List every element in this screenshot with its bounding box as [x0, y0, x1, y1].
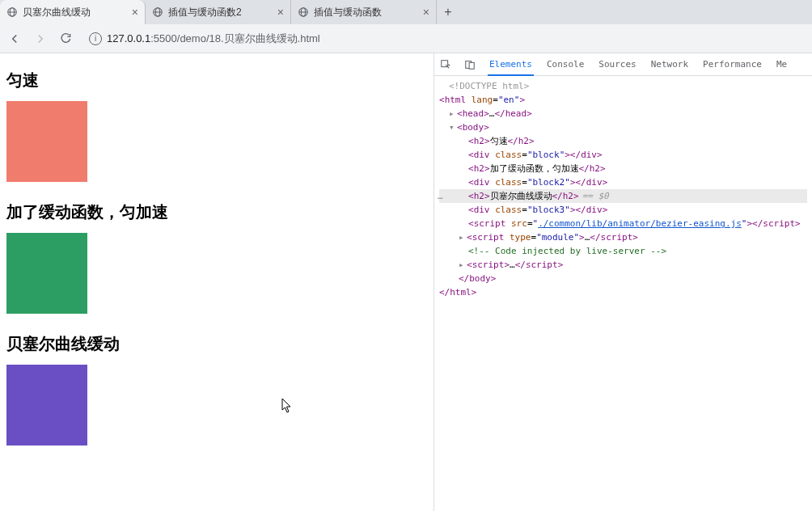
browser-tabstrip: 贝塞尔曲线缓动 × 插值与缓动函数2 × 插值与缓动函数 × + [0, 0, 812, 24]
close-icon[interactable]: × [277, 6, 284, 19]
back-button[interactable] [6, 31, 23, 47]
block-easing [6, 233, 87, 314]
expand-icon[interactable]: ▸ [459, 258, 467, 272]
devtools-panel: Elements Console Sources Network Perform… [433, 53, 812, 511]
doctype-node: <!DOCTYPE html> [449, 81, 529, 91]
reload-button[interactable] [58, 31, 74, 47]
info-icon[interactable]: i [89, 32, 102, 45]
url-host: 127.0.0.1 [107, 32, 150, 44]
collapse-icon[interactable]: ▾ [449, 120, 457, 134]
svg-rect-11 [469, 62, 474, 69]
browser-tab[interactable]: 插值与缓动函数2 × [146, 0, 291, 24]
dom-tree[interactable]: <!DOCTYPE html> <html lang="en"> ▸<head>… [434, 76, 812, 511]
new-tab-button[interactable]: + [437, 5, 459, 19]
devtools-tabbar: Elements Console Sources Network Perform… [434, 53, 812, 76]
url-path: /demo/18.贝塞尔曲线缓动.html [177, 32, 320, 44]
device-toggle-icon[interactable] [463, 58, 476, 71]
tab-elements[interactable]: Elements [488, 54, 534, 76]
globe-icon [298, 6, 309, 18]
forward-button[interactable] [32, 31, 49, 47]
globe-icon [6, 6, 18, 18]
url-port: :5500 [150, 32, 177, 44]
comment-node: <!-- Code injected by live-server --> [468, 246, 666, 256]
heading-easing: 加了缓动函数，匀加速 [6, 201, 427, 223]
tab-more[interactable]: Me [775, 54, 789, 74]
expand-icon[interactable]: ▸ [449, 107, 457, 120]
expand-icon[interactable]: ▸ [459, 230, 467, 244]
browser-toolbar: i 127.0.0.1:5500/demo/18.贝塞尔曲线缓动.html [0, 24, 812, 53]
address-bar[interactable]: i 127.0.0.1:5500/demo/18.贝塞尔曲线缓动.html [84, 32, 806, 46]
heading-linear: 匀速 [6, 70, 427, 91]
tab-performance[interactable]: Performance [701, 54, 763, 74]
close-icon[interactable]: × [423, 6, 429, 19]
tab-title: 插值与缓动函数2 [168, 6, 242, 19]
globe-icon [152, 6, 163, 18]
block-bezier [6, 365, 87, 446]
page-content: 匀速 加了缓动函数，匀加速 贝塞尔曲线缓动 [0, 53, 433, 511]
browser-tab[interactable]: 贝塞尔曲线缓动 × [0, 0, 146, 24]
browser-tab[interactable]: 插值与缓动函数 × [291, 0, 437, 24]
tab-sources[interactable]: Sources [597, 54, 637, 74]
block-linear [6, 101, 87, 182]
tab-console[interactable]: Console [545, 54, 586, 74]
tab-title: 贝塞尔曲线缓动 [23, 6, 91, 19]
selected-dom-node[interactable]: …<h2>贝塞尔曲线缓动</h2>== $0 [439, 189, 807, 203]
close-icon[interactable]: × [132, 6, 138, 19]
heading-bezier: 贝塞尔曲线缓动 [6, 333, 427, 355]
tab-network[interactable]: Network [649, 54, 690, 74]
inspect-icon[interactable] [439, 58, 452, 71]
tab-title: 插值与缓动函数 [314, 6, 382, 19]
